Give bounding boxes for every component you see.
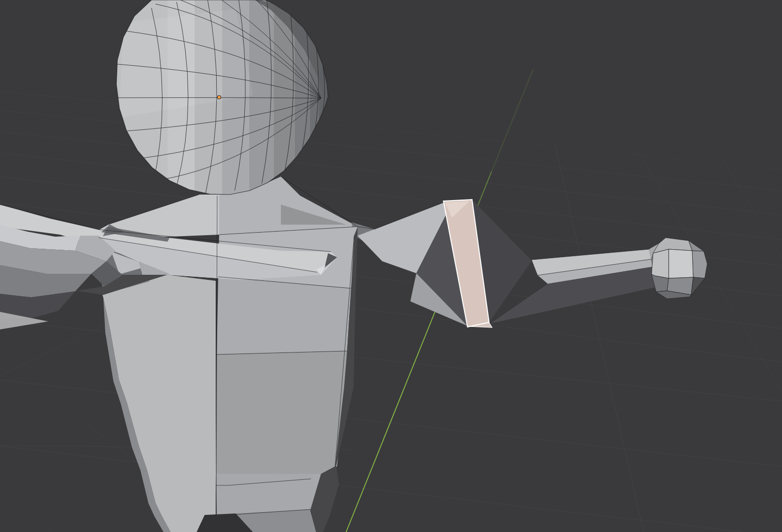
face-hand-leftcol[interactable] — [652, 249, 669, 278]
active-vertex-group[interactable] — [218, 96, 221, 99]
active-vertex[interactable] — [218, 96, 221, 99]
face-back-lower[interactable] — [216, 351, 347, 474]
viewport-3d[interactable] — [0, 0, 782, 532]
face-hip-band[interactable] — [216, 474, 326, 514]
viewport-canvas[interactable] — [0, 0, 782, 532]
face-back-mid[interactable] — [217, 277, 351, 354]
head-shade-band — [249, 0, 274, 201]
face-hand-center[interactable] — [669, 249, 693, 278]
